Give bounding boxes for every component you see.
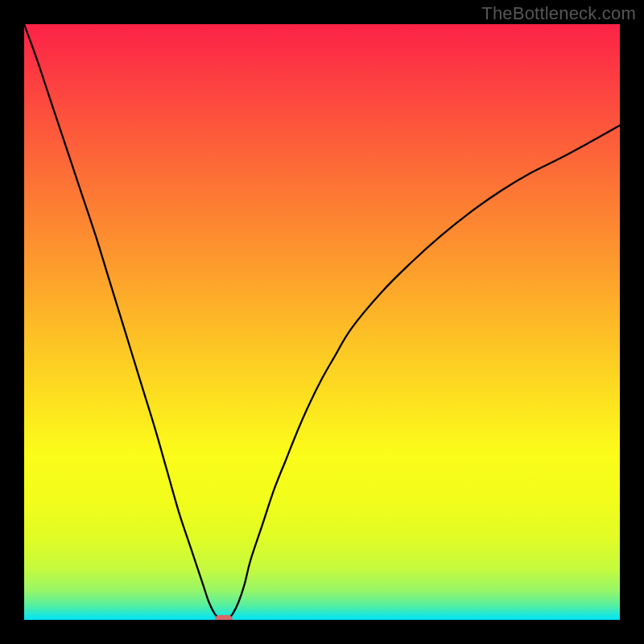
gradient-background bbox=[24, 24, 620, 620]
watermark-text: TheBottleneck.com bbox=[481, 3, 636, 24]
chart-frame: TheBottleneck.com bbox=[0, 0, 644, 644]
plot-area bbox=[24, 24, 620, 620]
chart-svg bbox=[24, 24, 620, 620]
minimum-marker bbox=[215, 615, 233, 620]
svg-rect-0 bbox=[215, 615, 233, 620]
